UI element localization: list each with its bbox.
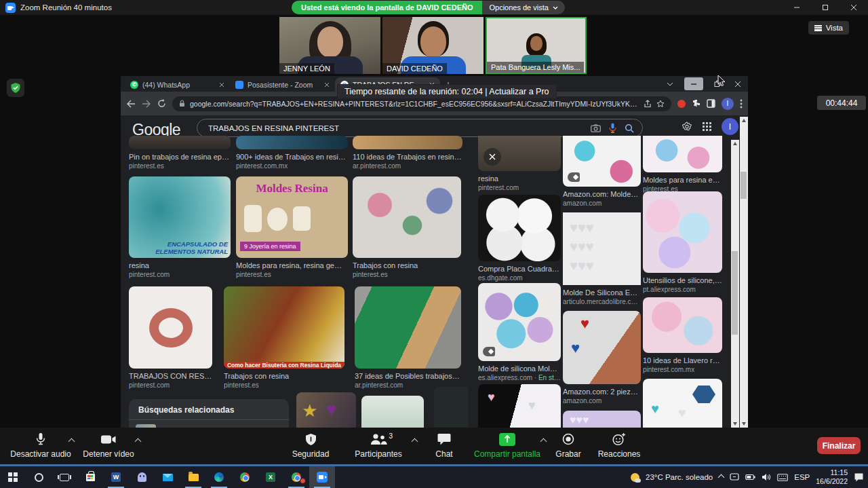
google-apps-grid-icon[interactable] [702,121,712,132]
end-meeting-button[interactable]: Finalizar [817,437,861,454]
result-thumbnail[interactable]: ★ ♥ [296,392,356,428]
security-button[interactable]: Seguridad [287,431,334,459]
bookmark-star-icon[interactable] [656,100,665,108]
result-thumbnail[interactable] [355,286,461,369]
weather-text[interactable]: 23°C Parc. soleado [646,473,713,481]
tab-search-chevron[interactable] [660,76,680,92]
taskbar-item-chrome-profile[interactable] [283,466,309,488]
view-options-button[interactable]: Opciones de vista [482,1,564,14]
taskbar-item-word[interactable]: W [103,466,129,488]
result-title[interactable]: Molde De Silicona Epoxi Re... [563,288,641,297]
video-options-caret[interactable] [135,438,142,445]
result-thumbnail[interactable] [643,191,722,273]
hidden-icons-caret[interactable] [718,474,725,481]
back-icon[interactable] [126,100,136,108]
result-thumbnail[interactable] [478,136,561,171]
result-thumbnail[interactable] [129,286,212,369]
result-title[interactable]: Moldes para resina epoxica... [643,176,722,184]
result-title[interactable]: 10 ideas de Llavero resina |... [643,356,722,364]
extension-red-icon[interactable] [677,100,686,108]
page-scrollbar[interactable] [740,117,748,428]
cortana-button[interactable] [26,466,52,488]
tab-close-icon[interactable] [219,82,224,88]
result-thumbnail[interactable] [478,195,561,261]
participants-button[interactable]: 3 Participantes [347,431,410,459]
result-thumbnail[interactable] [643,297,722,353]
result-thumbnail[interactable] [643,136,722,172]
close-panel-icon[interactable] [484,148,501,166]
scroll-up-icon[interactable] [742,119,746,122]
speaker-icon[interactable] [762,473,771,481]
result-title[interactable]: Compra Placa Cuadrada De... [478,265,561,273]
panel-scrollbar-thumb[interactable] [732,251,738,335]
side-panel-icon[interactable] [707,99,715,108]
participant-video[interactable]: JENNY LEÓN [279,17,380,74]
task-view-button[interactable] [52,466,77,488]
tab-zoom[interactable]: Posasistente - Zoom [230,77,335,92]
result-thumbnail[interactable]: ♥ ♥ [563,311,641,384]
result-title[interactable]: 110 ideas de Trabajos en resina | resina… [353,153,462,161]
result-thumbnail[interactable] [129,136,231,149]
action-center-icon[interactable] [854,472,864,482]
result-title[interactable]: Trabajos con resina [224,372,344,380]
result-thumbnail[interactable]: ♥ ♥ [643,379,722,428]
forward-icon[interactable] [142,100,151,108]
result-thumbnail[interactable] [353,136,462,149]
result-title[interactable]: resina [129,261,231,269]
participants-options-caret[interactable] [412,438,418,445]
share-options-caret[interactable] [540,438,547,445]
zoom-close-button[interactable] [840,0,868,15]
browser-menu-kebab-icon[interactable] [740,99,743,109]
taskbar-item-excel[interactable]: X [258,466,283,488]
taskbar-item-mail[interactable] [155,466,180,488]
panel-scrollbar[interactable] [731,140,739,428]
taskbar-clock[interactable]: 11:15 16/6/2022 [816,468,848,486]
taskbar-item-store[interactable] [77,466,103,488]
settings-gear-icon[interactable] [682,121,692,132]
result-thumbnail[interactable] [236,136,348,149]
result-title[interactable]: Amazon.com: 2 piezas en f... [563,388,641,396]
reactions-button[interactable]: Reacciones [595,431,643,459]
browser-profile-avatar[interactable]: I [722,98,734,110]
taskbar-item-edge[interactable] [206,466,232,488]
mute-audio-button[interactable]: Desactivar audio [5,431,76,459]
result-thumbnail[interactable]: ♥ ♥ [478,384,561,428]
touch-keyboard-icon[interactable] [777,474,788,481]
share-page-icon[interactable] [644,100,652,108]
participant-video[interactable]: DAVID CEDEÑO [382,17,484,74]
record-button[interactable]: Grabar [551,431,586,459]
stop-video-button[interactable]: Detener vídeo [76,431,141,459]
google-account-avatar[interactable]: I [722,118,738,135]
taskbar-item-zoom[interactable] [309,466,335,488]
result-thumbnail[interactable]: Como hacer Bisuteria con Resina Liquida [224,286,344,369]
result-title[interactable]: Amazon.com: Moldes para ... [563,190,641,198]
result-thumbnail[interactable] [361,396,424,428]
related-search-item[interactable]: cuadros trabajos con resina epoxica [129,420,289,428]
taskbar-item-chrome[interactable] [232,466,258,488]
result-thumbnail[interactable]: ♥♥♥ ♥♥♥ ♥♥♥ [563,212,641,285]
result-title[interactable]: 900+ ideas de Trabajos en resin... [236,153,348,161]
display-sync-icon[interactable] [730,473,739,481]
battery-icon[interactable] [745,474,755,481]
start-button[interactable] [0,466,26,488]
scroll-down-icon[interactable] [742,422,746,426]
result-thumbnail[interactable] [478,283,561,361]
security-shield-tray-icon[interactable] [7,79,24,97]
result-title[interactable]: Moldes para resina, resina gemelos, resi… [236,261,348,269]
language-indicator[interactable]: ESP [794,473,810,481]
vista-button[interactable]: Vista [808,21,849,35]
result-thumbnail[interactable] [353,176,461,258]
result-thumbnail[interactable]: ENCAPSULADO DE ELEMENTOS NATURAL [129,176,231,258]
taskbar-item-explorer[interactable] [180,466,206,488]
camera-search-icon[interactable] [591,124,601,132]
search-query-text[interactable]: TRABAJOS EN RESINA PINTEREST [208,124,583,132]
tab-close-icon[interactable] [324,82,330,88]
result-thumbnail[interactable]: Moldes Resina 9 Joyería en resina [236,176,348,258]
share-screen-button[interactable]: Compartir pantalla [469,431,545,459]
result-title[interactable]: TRABAJOS CON RESINA [129,372,212,380]
page-scrollbar-thumb[interactable] [741,172,747,199]
scroll-up-icon[interactable] [733,142,737,145]
taskbar-item-app[interactable] [129,466,155,488]
google-search-box[interactable]: TRABAJOS EN RESINA PINTEREST [197,119,643,137]
tab-whatsapp[interactable]: ✆ (44) WhatsApp [125,77,230,92]
